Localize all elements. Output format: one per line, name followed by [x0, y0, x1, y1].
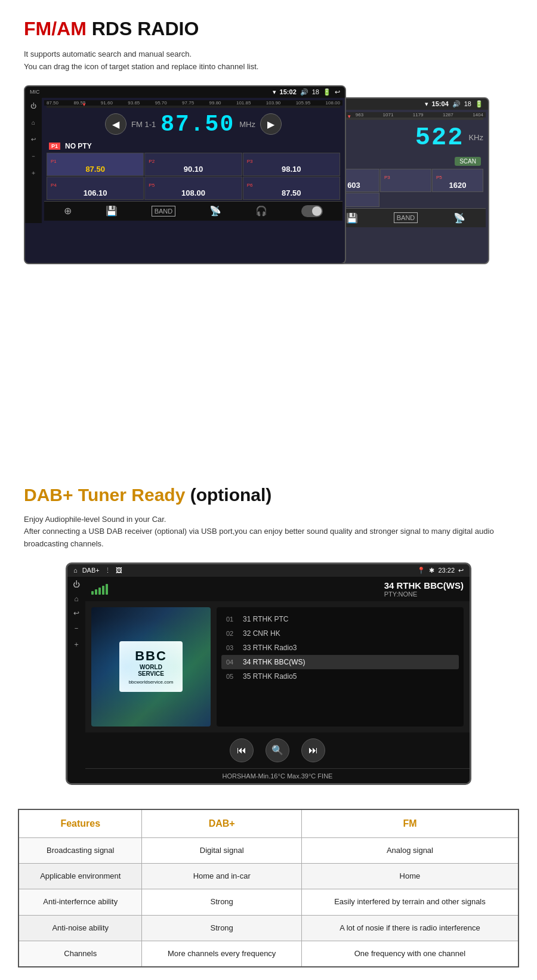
band-icon[interactable]: BAND — [152, 206, 176, 217]
vol-down-icon[interactable]: － — [27, 150, 39, 162]
prev-track-btn[interactable]: ⏮ — [230, 738, 254, 762]
am-save-icon[interactable]: 💾 — [346, 212, 358, 224]
am-freq-pointer — [328, 118, 483, 120]
fmam-title: FM/AM RDS RADIO — [24, 18, 513, 40]
comparison-table: Features DAB+ FM Broadcasting signal Dig… — [18, 809, 519, 967]
home-icon[interactable]: ⌂ — [27, 117, 39, 129]
am-freq-display: 522 KHz — [326, 120, 486, 156]
battery-icon: 🔋 — [323, 88, 331, 96]
table-header-row: Features DAB+ FM — [18, 809, 519, 838]
broadcast-icon[interactable]: 📡 — [209, 205, 221, 217]
wave-bg — [91, 607, 211, 727]
preset-5[interactable]: P5 108.00 — [144, 177, 242, 200]
fm-freq-unit: MHz — [239, 120, 255, 129]
toggle-switch[interactable] — [301, 205, 323, 217]
channel-04[interactable]: 04 34 RTHK BBC(WS) — [221, 655, 459, 669]
table-row: Applicable environment Home and in-car H… — [18, 864, 519, 889]
dab-weather: HORSHAM-Min.16°C Max.39°C FINE — [85, 768, 470, 783]
channel-01[interactable]: 01 31 RTHK PTC — [221, 612, 459, 626]
dab-pin-icon: 📍 — [417, 567, 425, 574]
dab-bluetooth-icon: ✱ — [429, 567, 434, 574]
channel-02[interactable]: 02 32 CNR HK — [221, 626, 459, 641]
next-track-btn[interactable]: ⏭ — [301, 738, 325, 762]
dab-home-nav-icon[interactable]: ⌂ — [74, 595, 78, 603]
feature-noise: Anti-noise ability — [18, 915, 142, 941]
dab-title-black: (optional) — [185, 485, 271, 505]
dab-desc-line2: After connecting a USB DAB receiver (opt… — [24, 525, 513, 551]
dab-vol-down-icon[interactable]: － — [73, 623, 80, 633]
dab-content: BBC WORLD SERVICE bbcworldservice.com 01… — [85, 601, 470, 732]
dab-desc-line1: Enjoy Audiophile-level Sound in your Car… — [24, 514, 513, 526]
feature-broadcasting: Broadcasting signal — [18, 837, 142, 863]
fm-body: ⏻ ⌂ ↩ － ＋ 87.50 89.55 91.60 93.65 95.70 … — [25, 98, 345, 223]
preset-1[interactable]: P1 87.50 — [47, 153, 144, 176]
fm-freq-value: 87.50 — [161, 112, 234, 137]
fm-environment: Home — [301, 864, 519, 889]
am-preset-5[interactable]: P5 1620 — [432, 169, 483, 192]
feature-channels: Channels — [18, 941, 142, 967]
features-header: Features — [18, 809, 142, 838]
dab-sidebar: ⏻ ⌂ ↩ － ＋ — [67, 577, 85, 783]
am-freq-unit: KHz — [468, 133, 483, 142]
dab-screen: ⌂ DAB+ ⋮ 🖼 📍 ✱ 23:22 ↩ ⏻ ⌂ ↩ － ＋ — [66, 562, 471, 785]
screen-spacer — [24, 264, 513, 455]
fm-status-bar: MIC ▾ 15:02 🔊 18 🔋 ↩ — [25, 86, 345, 98]
fmam-desc-line1: It supports automatic search and manual … — [24, 48, 513, 61]
freq-pointer — [47, 106, 340, 108]
dab-back-nav-icon[interactable]: ↩ — [73, 609, 79, 617]
pty-bar: P1 NO PTY — [44, 141, 342, 152]
wifi-icon: ▾ — [273, 88, 276, 96]
scan-area: SCAN — [326, 156, 486, 165]
prev-btn[interactable]: ◀ — [105, 113, 126, 135]
dab-home-icon: ⌂ — [73, 567, 78, 574]
comparison-section: Features DAB+ FM Broadcasting signal Dig… — [0, 797, 537, 980]
freq-display: ◀ FM 1-1 87.50 MHz ▶ — [44, 108, 342, 141]
fm-label: FM 1-1 — [131, 120, 156, 129]
pty-label: P1 — [49, 143, 60, 150]
dab-back-icon: ↩ — [458, 567, 464, 574]
channel-05[interactable]: 05 35 RTHK Radio5 — [221, 669, 459, 684]
dab-vol-up-icon[interactable]: ＋ — [73, 639, 80, 650]
dab-channels: More channels every frequency — [142, 941, 301, 967]
preset-3[interactable]: P3 98.10 — [243, 153, 340, 176]
preset-6[interactable]: P6 87.50 — [243, 177, 340, 200]
fmam-title-red: FM/AM — [24, 18, 87, 39]
dab-app-label: DAB+ — [82, 567, 100, 574]
am-band-icon[interactable]: BAND — [394, 212, 418, 223]
am-preset-grid: P2 603 P3 P5 1620 P6 — [328, 169, 483, 207]
am-status-bar: ▾ 15:04 🔊 18 🔋 — [323, 98, 488, 110]
dab-controls: ⏮ 🔍 ⏭ — [85, 732, 470, 768]
dab-power-icon[interactable]: ⏻ — [73, 580, 80, 589]
power-icon[interactable]: ⏻ — [27, 100, 39, 112]
mic-label: MIC — [30, 89, 40, 95]
vol-up-icon[interactable]: ＋ — [27, 167, 39, 179]
dab-pty: PTY:NONE — [384, 591, 464, 598]
am-broadcast-icon[interactable]: 📡 — [453, 212, 465, 224]
fm-broadcasting: Analog signal — [301, 837, 519, 863]
fm-header: FM — [301, 809, 519, 838]
am-time: 15:04 — [432, 100, 449, 107]
signal-bar-4 — [102, 586, 104, 595]
signal-bar-1 — [91, 591, 94, 595]
am-battery-icon: 🔋 — [475, 100, 483, 108]
equalizer-icon[interactable]: ⊕ — [64, 205, 72, 217]
scan-btn[interactable]: SCAN — [455, 157, 481, 166]
preset-4[interactable]: P4 106.10 — [47, 177, 144, 200]
save-icon[interactable]: 💾 — [106, 205, 118, 217]
next-btn[interactable]: ▶ — [260, 113, 282, 135]
radio-screens: MIC ▾ 15:02 🔊 18 🔋 ↩ ⏻ ⌂ ↩ － ＋ — [24, 85, 513, 264]
back-nav-icon[interactable]: ↩ — [27, 134, 39, 146]
am-wifi-icon: ▾ — [425, 100, 428, 108]
dab-body: ⏻ ⌂ ↩ － ＋ — [67, 577, 470, 783]
dab-channel-list: 01 31 RTHK PTC 02 32 CNR HK 03 33 RTHK R… — [217, 607, 464, 727]
am-preset-3[interactable]: P3 — [380, 169, 431, 192]
preset-2[interactable]: P2 90.10 — [144, 153, 242, 176]
feature-environment: Applicable environment — [18, 864, 142, 889]
dab-status-right: 📍 ✱ 23:22 ↩ — [417, 567, 464, 574]
search-btn[interactable]: 🔍 — [266, 738, 289, 762]
dab-station-info: 34 RTHK BBC(WS) PTY:NONE — [384, 580, 464, 598]
headphone-icon[interactable]: 🎧 — [255, 205, 267, 217]
fm-time: 15:02 — [280, 88, 297, 95]
channel-03[interactable]: 03 33 RTHK Radio3 — [221, 641, 459, 655]
preset-grid: P1 87.50 P2 90.10 P3 98.10 P4 — [47, 153, 340, 200]
